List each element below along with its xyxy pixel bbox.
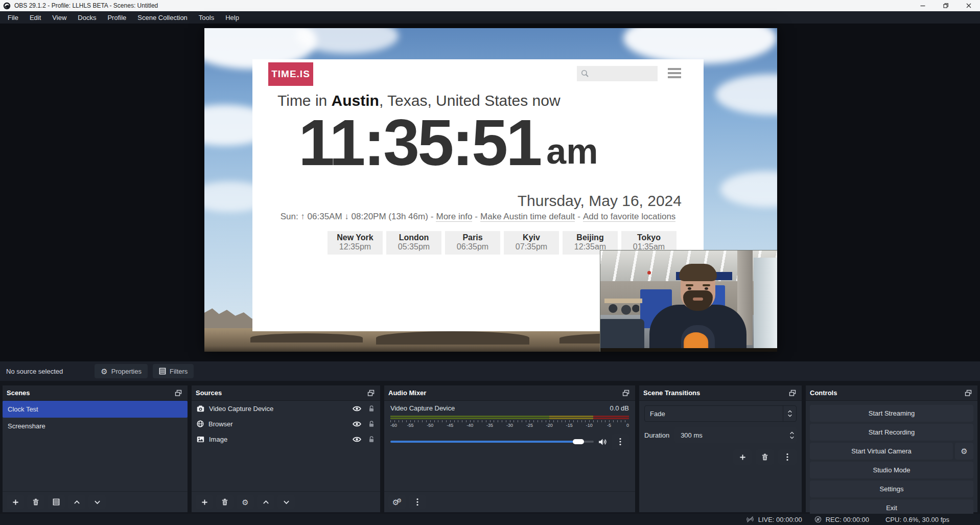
city-box-paris[interactable]: Paris06:35pm [445,231,500,255]
person-eye [705,287,708,290]
webcam-bottom-bar [600,348,777,352]
scene-move-down-button[interactable] [88,495,106,509]
audio-mixer-panel: Audio Mixer Video Capture Device 0.0 dB … [384,385,636,513]
sources-panel-title: Sources [196,389,222,397]
city-box-london[interactable]: London05:35pm [386,231,441,255]
titlebar: OBS 29.1.2 - Profile: LLHLS BETA - Scene… [0,0,980,11]
menu-scene-collection[interactable]: Scene Collection [132,11,193,24]
transition-select[interactable]: Fade [644,405,797,422]
timeis-logo[interactable]: TIME.IS [268,62,313,86]
office-desk [604,299,642,303]
source-move-down-button[interactable] [277,495,295,509]
visibility-eye-icon[interactable] [353,405,361,412]
visibility-eye-icon[interactable] [353,421,361,427]
scene-move-up-button[interactable] [68,495,85,509]
preview-canvas[interactable]: TIME.IS Time in Austin, Texas, United St… [0,24,980,361]
scene-item-clock-test[interactable]: Clock Test [3,401,188,418]
volume-slider[interactable] [390,441,594,443]
speaker-icon[interactable] [598,438,607,446]
scene-transitions-panel-title: Scene Transitions [643,389,700,397]
restore-button[interactable] [934,0,957,11]
scenes-panel-title: Scenes [7,389,30,397]
duration-label: Duration [644,431,669,439]
sun-times: Sun: ↑ 06:35AM ↓ 08:20PM (13h 46m) [281,212,428,221]
scene-item-screenshare[interactable]: Screenshare [3,418,188,435]
source-properties-button[interactable]: ⚙ [237,495,254,509]
select-chevrons-icon[interactable] [783,406,796,421]
mixer-channel-name: Video Capture Device [390,404,455,412]
timeis-search-box[interactable] [577,66,658,81]
minimize-button[interactable] [911,0,934,11]
search-input[interactable] [592,70,648,78]
source-item-video-capture[interactable]: Video Capture Device [192,401,380,416]
city-box-kyiv[interactable]: Kyiv07:35pm [504,231,559,255]
office-window [754,258,777,350]
menu-tools[interactable]: Tools [193,11,220,24]
menu-file[interactable]: File [2,11,24,24]
popup-icon[interactable] [963,389,973,398]
hamburger-menu-icon[interactable] [668,68,681,78]
person-eyebrow [703,284,710,286]
obs-logo-icon [3,2,11,10]
lock-icon[interactable] [368,420,375,427]
add-transition-button[interactable] [733,449,752,465]
remove-source-button[interactable] [216,495,234,509]
rec-status: REC: 00:00:00 [814,516,869,523]
visibility-eye-icon[interactable] [353,436,361,443]
start-recording-button[interactable]: Start Recording [810,424,973,441]
person-eye [688,287,691,290]
remove-transition-button[interactable] [756,449,774,465]
menu-view[interactable]: View [46,11,72,24]
spinbox-chevrons-icon[interactable] [789,431,795,439]
duration-spinbox[interactable]: 300 ms [674,427,797,443]
time-digits: 11:35:51 [298,108,540,177]
more-info-link[interactable]: More info [436,212,472,222]
popup-icon[interactable] [366,389,376,398]
cloud [715,74,777,115]
close-button[interactable] [957,0,980,11]
cloud [623,28,777,64]
properties-button[interactable]: ⚙ Properties [95,364,148,378]
mixer-options-button[interactable] [612,434,629,449]
add-source-button[interactable] [196,495,213,509]
menu-help[interactable]: Help [220,11,245,24]
transition-properties-button[interactable] [778,449,797,465]
start-streaming-button[interactable]: Start Streaming [810,405,973,422]
source-move-up-button[interactable] [257,495,274,509]
remove-scene-button[interactable] [27,495,44,509]
chair-back [600,319,644,352]
menu-edit[interactable]: Edit [24,11,46,24]
studio-mode-button[interactable]: Studio Mode [810,462,973,478]
volume-slider-handle[interactable] [573,439,584,444]
add-favorite-link[interactable]: Add to favorite locations [583,212,675,222]
broadcast-disabled-icon [746,516,754,523]
separator: - [475,212,478,221]
source-item-image[interactable]: Image [192,431,380,447]
lock-icon[interactable] [368,405,375,412]
person-eyebrow [686,284,693,286]
menu-profile[interactable]: Profile [102,11,132,24]
window-title: OBS 29.1.2 - Profile: LLHLS BETA - Scene… [14,2,158,9]
start-virtual-camera-button[interactable]: Start Virtual Camera [810,443,953,460]
menu-docks[interactable]: Docks [72,11,102,24]
popup-icon[interactable] [173,389,183,398]
mixer-menu-button[interactable] [409,495,426,509]
virtual-camera-settings-button[interactable]: ⚙ [955,443,973,460]
add-scene-button[interactable] [7,495,24,509]
source-toolbar: No source selected ⚙ Properties Filters [0,361,980,381]
advanced-audio-button[interactable]: ⚙⚙ [388,495,406,509]
person-mouth [693,298,703,301]
make-default-link[interactable]: Make Austin time default [480,212,575,222]
settings-button[interactable]: Settings [810,481,973,497]
city-box-new-york[interactable]: New York12:35pm [328,231,383,255]
dock-area: Scenes Clock Test Screenshare Sources [0,381,980,514]
popup-icon[interactable] [787,389,798,398]
lock-icon[interactable] [368,436,375,443]
dune [376,331,529,345]
sources-panel: Sources Video Capture Device Browser [191,385,381,513]
filters-button[interactable]: Filters [153,364,194,378]
source-item-browser[interactable]: Browser [192,416,380,431]
popup-icon[interactable] [621,389,631,398]
separator: - [431,212,434,221]
scene-filters-button[interactable] [48,495,65,509]
